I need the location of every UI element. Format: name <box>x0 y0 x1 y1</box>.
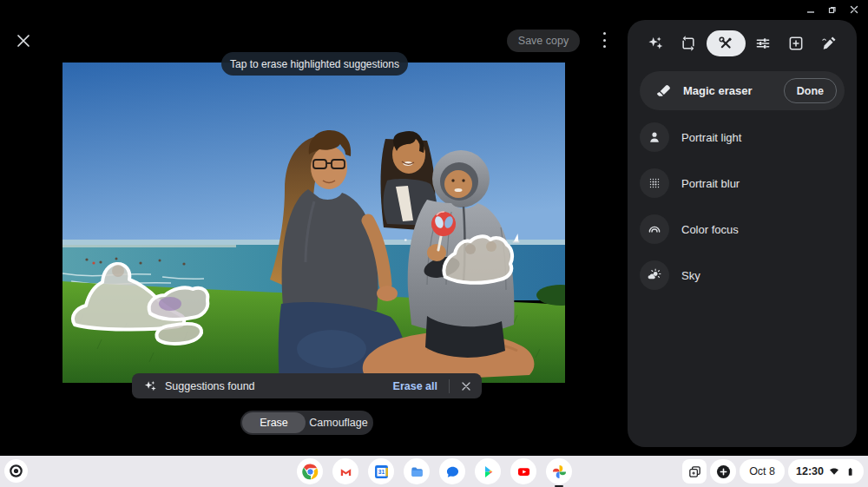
tool-label: Portrait light <box>681 131 741 144</box>
magic-eraser-label: Magic eraser <box>683 84 784 97</box>
sliders-icon <box>754 35 772 52</box>
wifi-icon <box>828 465 840 477</box>
date-label: Oct 8 <box>749 465 775 477</box>
tool-portrait-light[interactable]: Portrait light <box>640 122 845 152</box>
sparkle-icon <box>143 379 157 393</box>
svg-text:31: 31 <box>378 469 385 475</box>
new-desk-button[interactable] <box>710 459 736 484</box>
save-copy-button[interactable]: Save copy <box>507 30 580 52</box>
photos-icon <box>550 463 569 481</box>
magic-eraser-row: Magic eraser Done <box>640 71 845 110</box>
erase-mode-toggle: Erase Camouflage <box>240 411 373 435</box>
tab-suggestions[interactable] <box>641 30 670 56</box>
tab-tools[interactable] <box>707 30 746 56</box>
suggestions-toast: Suggestions found Erase all <box>132 373 482 398</box>
done-button[interactable]: Done <box>784 78 837 103</box>
frame-add-icon <box>787 35 805 52</box>
shelf-app-gmail[interactable] <box>332 458 358 484</box>
toast-message: Suggestions found <box>165 380 393 392</box>
erase-tab[interactable]: Erase <box>242 412 306 433</box>
portrait-blur-icon <box>640 168 669 198</box>
eraser-icon <box>654 82 672 100</box>
tool-label: Color focus <box>681 223 739 236</box>
launcher-button[interactable] <box>4 459 28 483</box>
capture-mode-icon <box>687 464 702 479</box>
close-window-button[interactable] <box>847 3 861 16</box>
shelf-app-photos[interactable] <box>546 458 572 484</box>
capture-mode-button[interactable] <box>682 459 707 484</box>
tab-crop-rotate[interactable] <box>674 30 703 56</box>
restore-icon <box>827 4 838 15</box>
minimize-icon <box>806 4 816 15</box>
camouflage-tab[interactable]: Camouflage <box>306 412 372 433</box>
close-icon <box>849 4 859 15</box>
markup-pen-icon <box>820 35 838 52</box>
launcher-icon <box>8 463 24 479</box>
tool-color-focus[interactable]: Color focus <box>640 214 845 244</box>
quick-settings-button[interactable]: 12:30 <box>788 459 864 484</box>
suggestion-shoe[interactable] <box>156 324 201 344</box>
date-button[interactable]: Oct 8 <box>740 459 785 484</box>
shelf-app-calendar[interactable]: 31 <box>368 458 394 484</box>
crop-rotate-icon <box>680 35 697 52</box>
tool-portrait-blur[interactable]: Portrait blur <box>640 168 845 198</box>
play-store-icon <box>479 463 497 481</box>
close-icon <box>16 33 31 49</box>
toast-divider <box>449 379 450 393</box>
chrome-icon <box>301 463 319 481</box>
exit-editor-button[interactable] <box>16 33 31 49</box>
tab-adjust[interactable] <box>748 30 778 56</box>
plus-circle-icon <box>715 464 732 480</box>
sky-icon <box>640 260 669 290</box>
battery-icon <box>845 465 856 478</box>
edit-panel: Magic eraser Done Portrait light <box>628 20 857 447</box>
time-label: 12:30 <box>796 465 824 477</box>
erase-all-button[interactable]: Erase all <box>393 380 437 392</box>
tools-icon <box>717 35 734 52</box>
youtube-icon <box>515 463 533 481</box>
minimize-button[interactable] <box>804 3 818 16</box>
chromeos-screen: Save copy <box>0 0 868 487</box>
restore-button[interactable] <box>825 3 839 16</box>
shelf: 31 <box>0 456 868 487</box>
files-icon <box>408 463 426 481</box>
tooltip: Tap to erase highlighted suggestions <box>221 52 408 76</box>
tool-sky[interactable]: Sky <box>640 260 845 290</box>
tab-markup[interactable] <box>814 30 844 56</box>
shelf-app-play-store[interactable] <box>475 458 501 484</box>
tab-filters[interactable] <box>781 30 811 56</box>
shelf-app-messages[interactable] <box>439 458 465 484</box>
color-focus-icon <box>640 214 669 244</box>
window-controls <box>804 3 861 16</box>
portrait-light-icon <box>640 122 669 152</box>
gmail-icon <box>337 463 355 481</box>
tool-label: Portrait blur <box>681 177 740 190</box>
sparkle-icon <box>647 35 664 52</box>
shelf-app-chrome[interactable] <box>297 458 323 484</box>
calendar-icon: 31 <box>372 463 391 481</box>
shelf-apps: 31 <box>297 458 572 484</box>
dismiss-toast-button[interactable] <box>459 379 473 393</box>
tool-label: Sky <box>681 269 700 282</box>
photo-canvas[interactable] <box>62 63 565 383</box>
shelf-app-files[interactable] <box>404 458 430 484</box>
messages-icon <box>444 463 462 481</box>
shelf-app-youtube[interactable] <box>510 458 536 484</box>
edit-toolbar <box>628 20 857 56</box>
more-options-button[interactable] <box>600 32 608 48</box>
status-tray: Oct 8 12:30 <box>682 459 864 484</box>
